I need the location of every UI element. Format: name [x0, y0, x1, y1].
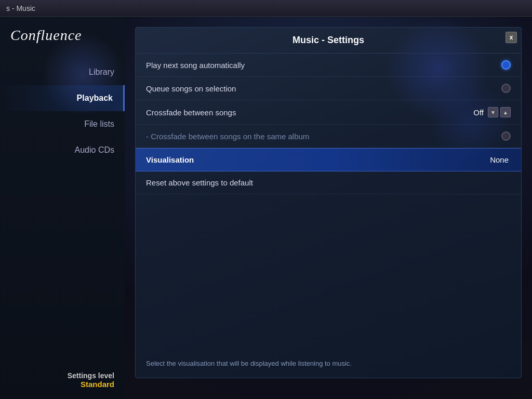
panel-title: Music - Settings [292, 35, 364, 45]
setting-row-crossfade[interactable]: Crossfade between songs Off ▼ ▲ [136, 100, 521, 125]
arrow-down-icon: ▼ [490, 110, 496, 115]
setting-label-visualisation: Visualisation [146, 155, 490, 164]
settings-level-value: Standard [0, 380, 114, 389]
setting-label-reset: Reset above settings to default [146, 178, 511, 187]
sidebar-item-file-lists-label: File lists [84, 119, 114, 128]
sidebar-item-audio-cds[interactable]: Audio CDs [0, 137, 125, 163]
nav-menu: Library Playback File lists Audio CDs [0, 59, 125, 163]
sidebar-item-file-lists[interactable]: File lists [0, 111, 125, 137]
sidebar-item-library-label: Library [89, 68, 114, 76]
main-content: Music - Settings x Play next song automa… [125, 17, 532, 399]
setting-label-crossfade: Crossfade between songs [146, 108, 473, 117]
top-bar: s - Music [0, 0, 532, 17]
sidebar-item-playback[interactable]: Playback [0, 85, 125, 111]
crossfade-spinner: Off ▼ ▲ [473, 107, 511, 117]
toggle-play-next[interactable] [501, 60, 511, 70]
setting-row-reset[interactable]: Reset above settings to default [136, 171, 521, 194]
sidebar-item-audio-cds-label: Audio CDs [75, 145, 114, 154]
visualisation-value: None [490, 155, 509, 164]
crossfade-up-button[interactable]: ▲ [500, 107, 511, 117]
crossfade-value: Off [473, 108, 484, 117]
setting-label-crossfade-album: - Crossfade between songs on the same al… [146, 132, 501, 141]
toggle-queue-songs[interactable] [501, 84, 511, 93]
close-icon: x [510, 34, 513, 41]
setting-label-queue-songs: Queue songs on selection [146, 84, 501, 93]
setting-label-play-next: Play next song automatically [146, 61, 501, 70]
setting-row-crossfade-album[interactable]: - Crossfade between songs on the same al… [136, 125, 521, 148]
setting-row-visualisation[interactable]: Visualisation None [136, 148, 521, 171]
help-text: Select the visualisation that will be di… [146, 360, 511, 367]
sidebar: Confluence Library Playback File lists A… [0, 17, 125, 399]
setting-row-play-next[interactable]: Play next song automatically [136, 54, 521, 77]
sidebar-item-playback-label: Playback [77, 94, 113, 102]
settings-level: Settings level Standard [0, 371, 125, 389]
close-button[interactable]: x [506, 32, 517, 43]
breadcrumb: s - Music [6, 4, 35, 12]
panel-header: Music - Settings x [136, 28, 521, 54]
settings-list: Play next song automatically Queue songs… [136, 54, 521, 194]
sidebar-item-library[interactable]: Library [0, 59, 125, 85]
setting-row-queue-songs[interactable]: Queue songs on selection [136, 77, 521, 100]
toggle-crossfade-album[interactable] [501, 131, 511, 141]
settings-level-label: Settings level [0, 371, 114, 380]
arrow-up-icon: ▲ [503, 110, 508, 115]
settings-panel: Music - Settings x Play next song automa… [135, 27, 522, 378]
crossfade-down-button[interactable]: ▼ [488, 107, 498, 117]
